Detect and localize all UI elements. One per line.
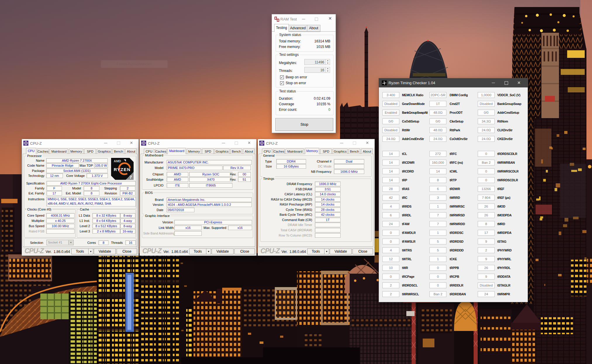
svg-text:RYZEN: RYZEN <box>114 167 131 172</box>
svg-text:AMD: AMD <box>114 159 121 163</box>
svg-text:7: 7 <box>130 175 132 180</box>
